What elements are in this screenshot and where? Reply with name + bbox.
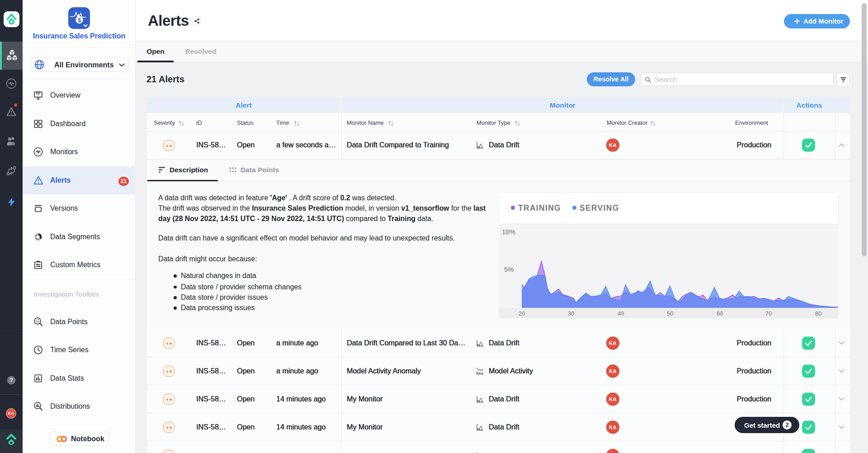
svg-text:$: $ — [78, 17, 81, 24]
svg-text:?: ? — [9, 377, 13, 383]
